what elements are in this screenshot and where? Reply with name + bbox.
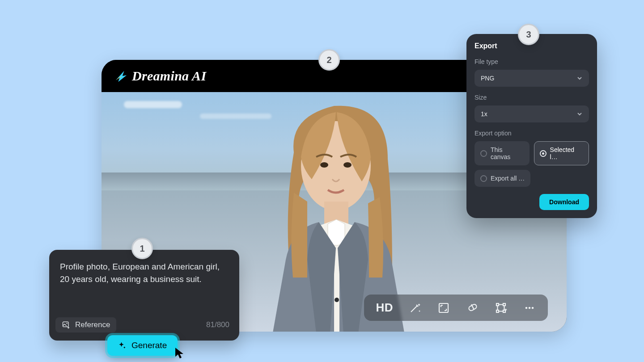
size-label: Size (475, 94, 589, 101)
chevron-down-icon (576, 75, 583, 81)
hd-upscale-button[interactable]: HD (376, 301, 393, 315)
canvas-toolbar: HD (364, 295, 548, 321)
svg-rect-11 (503, 303, 505, 306)
download-label: Download (549, 198, 579, 206)
step-badge-3: 3 (518, 24, 539, 45)
chevron-down-icon (576, 111, 583, 117)
svg-rect-12 (496, 310, 499, 312)
prompt-text[interactable]: Profile photo, European and American gir… (60, 261, 229, 286)
svg-point-15 (529, 307, 531, 309)
export-panel: Export File type PNG Size 1x Export opti… (466, 34, 597, 218)
svg-point-5 (343, 162, 352, 168)
radio-icon (480, 150, 487, 157)
svg-point-16 (532, 307, 534, 309)
file-type-select[interactable]: PNG (475, 70, 589, 87)
reference-label: Reference (75, 320, 110, 329)
generate-button[interactable]: Generate (107, 335, 178, 356)
svg-point-4 (320, 162, 328, 168)
more-icon[interactable] (523, 301, 536, 315)
cursor-icon (174, 347, 185, 359)
step-badge-2: 2 (318, 49, 340, 71)
export-option-selected[interactable]: Selected l… (534, 141, 589, 165)
svg-rect-17 (63, 322, 69, 327)
export-option-this-canvas[interactable]: This canvas (475, 141, 530, 165)
file-type-label: File type (475, 58, 589, 65)
image-add-icon (62, 320, 71, 329)
prompt-card: Profile photo, European and American gir… (49, 250, 239, 341)
expand-icon[interactable] (437, 301, 450, 315)
size-value: 1x (481, 110, 487, 118)
svg-rect-13 (503, 310, 505, 312)
magic-wand-icon[interactable] (408, 301, 422, 315)
svg-point-14 (525, 307, 528, 309)
svg-point-18 (66, 323, 68, 324)
export-option-label: Export option (475, 130, 589, 137)
export-option-all[interactable]: Export all … (475, 170, 530, 187)
transform-icon[interactable] (494, 301, 508, 315)
generate-label: Generate (131, 341, 167, 350)
sparkle-icon (118, 341, 126, 349)
radio-icon (480, 175, 487, 182)
step-badge-1: 1 (131, 238, 153, 259)
erase-icon[interactable] (466, 301, 479, 315)
svg-point-6 (335, 298, 339, 302)
app-title: Dreamina AI (132, 68, 206, 84)
radio-icon (540, 150, 547, 157)
dreamina-logo-icon (114, 69, 127, 83)
reference-button[interactable]: Reference (55, 317, 116, 333)
sky-decor (124, 101, 182, 108)
size-select[interactable]: 1x (475, 105, 589, 122)
svg-rect-10 (496, 303, 499, 306)
svg-rect-7 (439, 303, 448, 312)
file-type-value: PNG (481, 75, 494, 82)
char-count: 81/800 (206, 320, 229, 329)
download-button[interactable]: Download (539, 194, 589, 210)
